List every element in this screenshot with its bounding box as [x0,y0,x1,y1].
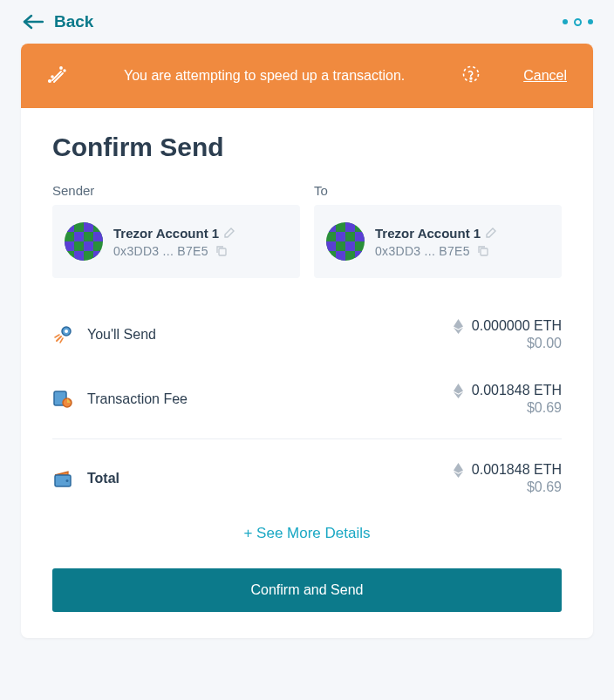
edit-icon[interactable] [486,228,496,238]
dot-icon [588,19,593,24]
ethereum-icon [454,384,463,398]
svg-rect-12 [65,241,74,251]
total-line: Total 0.001848 ETH $0.69 [52,446,562,511]
svg-rect-24 [336,251,345,261]
confirm-send-button[interactable]: Confirm and Send [52,568,562,612]
rocket-icon [52,324,73,345]
top-bar: Back [0,0,614,44]
dot-icon [563,19,568,24]
svg-rect-20 [336,232,345,241]
svg-rect-11 [93,232,103,241]
svg-rect-19 [345,222,355,232]
copy-icon[interactable] [215,245,227,256]
recipient-label: To [314,183,562,198]
recipient-block: To [314,183,562,278]
svg-point-6 [470,78,472,79]
page-title: Confirm Send [52,133,562,162]
total-amount-eth: 0.001848 ETH [472,462,562,478]
sender-box: Trezor Account 1 0x3DD3 ... B7E5 [52,205,300,278]
send-line: You'll Send 0.000000 ETH $0.00 [52,302,562,367]
sender-block: Sender [52,183,300,278]
svg-point-32 [66,479,69,482]
confirm-card: You are attempting to speed up a transac… [21,44,593,638]
recipient-box: Trezor Account 1 0x3DD3 ... B7E5 [314,205,562,278]
svg-point-1 [49,80,51,82]
ethereum-icon [454,463,463,478]
send-amount-usd: $0.00 [454,336,562,351]
svg-rect-16 [219,248,226,255]
svg-point-4 [64,70,65,71]
edit-icon[interactable] [224,228,235,238]
fee-line: Transaction Fee 0.001848 ETH $0.69 [52,367,562,432]
recipient-name: Trezor Account 1 [375,226,481,241]
svg-rect-25 [355,251,365,261]
avatar [65,222,103,261]
send-amount-eth: 0.000000 ETH [472,318,562,334]
svg-point-2 [51,76,53,78]
wallet-icon [52,468,73,489]
copy-icon[interactable] [477,245,488,256]
total-amount-usd: $0.69 [454,479,562,495]
total-label: Total [87,471,119,486]
svg-rect-13 [84,241,93,251]
fee-amount-usd: $0.69 [454,400,562,416]
dot-icon [574,18,582,26]
svg-rect-22 [326,241,336,251]
svg-rect-10 [74,232,84,241]
svg-rect-14 [74,251,84,261]
sender-label: Sender [52,183,300,198]
divider [52,438,562,439]
arrow-left-icon [23,14,44,30]
speedup-banner: You are attempting to speed up a transac… [21,44,593,108]
back-button[interactable]: Back [23,12,93,31]
avatar [326,222,365,261]
help-icon[interactable] [462,65,480,86]
back-label: Back [54,12,93,31]
see-more-link[interactable]: + See More Details [52,511,562,568]
svg-rect-18 [326,222,336,232]
svg-rect-23 [345,241,355,251]
cancel-link[interactable]: Cancel [523,68,567,84]
banner-message: You are attempting to speed up a transac… [84,68,445,84]
speedup-icon [47,65,66,87]
content: Confirm Send Sender [21,108,593,638]
svg-point-28 [65,330,68,333]
recipient-address: 0x3DD3 ... B7E5 [375,244,470,258]
svg-rect-15 [93,251,103,261]
svg-rect-21 [355,232,365,241]
sender-address: 0x3DD3 ... B7E5 [113,244,208,258]
parties-row: Sender [52,183,562,278]
svg-point-3 [60,67,62,69]
progress-dots [563,18,593,26]
fee-label: Transaction Fee [87,391,188,407]
svg-rect-9 [84,222,93,232]
fee-amount-eth: 0.001848 ETH [472,383,562,398]
fee-icon [52,389,73,410]
send-label: You'll Send [87,327,156,343]
ethereum-icon [454,319,463,334]
svg-rect-8 [65,222,74,232]
sender-name: Trezor Account 1 [113,226,219,241]
svg-rect-26 [481,248,488,255]
